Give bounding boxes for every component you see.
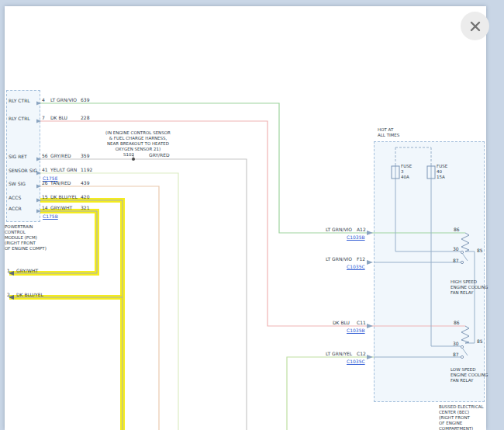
circuit-number: 321 xyxy=(81,205,89,210)
wire-label: LT GRN/YEL xyxy=(326,351,352,356)
relay-pin-30: 30 xyxy=(453,246,459,251)
wire-label: LT GRN/VIO xyxy=(50,97,77,102)
bec-pin-label: C11 xyxy=(357,320,366,325)
wire-dk-blu-yel[interactable] xyxy=(40,200,123,430)
bec-entry-arrow-c11 xyxy=(367,324,373,328)
bec-pin-label: A12 xyxy=(357,227,366,232)
circuit-number: 439 xyxy=(81,180,89,186)
pcm-pin-number: 26 xyxy=(42,180,48,186)
pcm-pin-number: 14 xyxy=(42,205,48,210)
wire-label: GRY/RED xyxy=(50,153,71,158)
relay-caption: HIGH SPEED ENGINE COOLING FAN RELAY xyxy=(450,279,488,296)
wire-lt-grn-yel[interactable] xyxy=(287,357,374,430)
relay2-switch-blade xyxy=(462,348,468,355)
circuit-number: 359 xyxy=(81,153,89,158)
offpage-ref-number: 2 xyxy=(7,292,10,297)
relay2-pin87-contact xyxy=(461,355,463,358)
pcm-pin-name: SW SIG xyxy=(9,181,26,186)
pcm-pin-name: RLY CTRL xyxy=(9,98,30,103)
relay-pin-86: 86 xyxy=(454,320,460,325)
connector-link[interactable]: C1035C xyxy=(347,264,365,269)
relay1-pin87-contact xyxy=(461,261,463,263)
relay-pin-86: 86 xyxy=(454,227,460,232)
fuse1-to-relay1 xyxy=(395,182,461,251)
wire-tan-red[interactable] xyxy=(40,186,159,430)
fuse-label: FUSE 40 15A xyxy=(437,164,447,180)
connector-link[interactable]: C1035B xyxy=(347,234,365,240)
bec-entry-arrow-a12 xyxy=(367,231,373,235)
circuit-number: 1192 xyxy=(81,167,92,172)
relay-pin-85: 85 xyxy=(477,338,483,344)
pcm-caption: POWERTRAIN CONTROL MODULE (PCM) (RIGHT F… xyxy=(5,224,47,251)
wire-label: DK BLU/YEL xyxy=(16,292,43,297)
relay1-switch-blade xyxy=(462,253,468,261)
fuse-label: FUSE 3 40A xyxy=(401,164,412,180)
bec-caption: BUSSED ELECTRICAL CENTER (BEC) (RIGHT FR… xyxy=(439,404,484,430)
wire-label: DK BLU xyxy=(333,320,350,325)
wire-label: TAN/RED xyxy=(50,180,71,186)
pcm-pin-arrow xyxy=(36,185,41,189)
splice-dot xyxy=(132,158,135,161)
pcm-pin-number: 41 xyxy=(42,167,48,172)
close-button[interactable] xyxy=(461,12,489,40)
pcm-pin-arrow xyxy=(36,158,41,161)
offpage-ref-number: 1 xyxy=(7,268,10,273)
close-icon xyxy=(469,20,482,33)
circuit-number: 639 xyxy=(81,97,89,102)
bec-pin-label: C12 xyxy=(357,351,366,356)
relay-caption: LOW SPEED ENGINE COOLING FAN RELAY xyxy=(450,367,488,383)
relay-pin-87: 87 xyxy=(453,352,459,357)
relay-pin-87: 87 xyxy=(453,258,459,263)
connector-link[interactable]: C1035B xyxy=(347,328,365,333)
relay-pin-30: 30 xyxy=(453,341,459,346)
splice-label: S102 xyxy=(123,152,134,158)
connector-link[interactable]: C175B xyxy=(43,213,58,219)
pcm-pin-arrow xyxy=(36,120,41,123)
wire-label: LT GRN/VIO xyxy=(326,256,352,262)
relay-pin-85: 85 xyxy=(477,248,483,253)
pcm-pin-name: RLY CTRL xyxy=(9,116,30,121)
pcm-pin-name: SIG RET xyxy=(9,154,27,159)
relay1-coil xyxy=(461,233,469,251)
pcm-pin-number: 4 xyxy=(42,97,45,102)
pcm-pin-number: 15 xyxy=(42,194,48,199)
wire-label: GRY/RED xyxy=(149,152,170,158)
bec-pin-label: F12 xyxy=(357,256,365,262)
wire-label: LT GRN/VIO xyxy=(326,227,352,232)
bec-entry-arrow-c12 xyxy=(367,355,373,359)
hot-at-all-times-label: HOT AT ALL TIMES xyxy=(378,127,399,138)
pcm-pin-number: 56 xyxy=(42,153,48,158)
bec-entry-arrow-f12 xyxy=(367,260,373,265)
pcm-pin-name: ACCR xyxy=(9,206,22,211)
pcm-pin-name: ACCS xyxy=(9,195,21,200)
wire-label: GRY/WHT xyxy=(16,268,38,273)
circuit-number: 420 xyxy=(81,194,89,199)
pcm-pin-arrow xyxy=(36,102,41,106)
circuit-number: 228 xyxy=(81,115,89,120)
wire-label: DK BLU xyxy=(50,115,67,120)
wire-label: GRY/WHT xyxy=(50,205,72,210)
wiring-diagram-svg xyxy=(0,0,504,430)
pcm-pin-number: 7 xyxy=(42,115,45,120)
highlight-dk-blu-yel-wire[interactable] xyxy=(40,200,123,430)
harness-note: (IN ENGINE CONTROL SENSOR & FUEL CHARGE … xyxy=(100,130,176,152)
connector-link[interactable]: C1035C xyxy=(347,359,365,364)
wire-label: DK BLU/YEL xyxy=(50,194,78,199)
wire-label: YEL/LT GRN xyxy=(50,167,77,172)
relay2-coil xyxy=(461,326,469,343)
pcm-pin-name: SENSOR SIG xyxy=(9,168,37,173)
